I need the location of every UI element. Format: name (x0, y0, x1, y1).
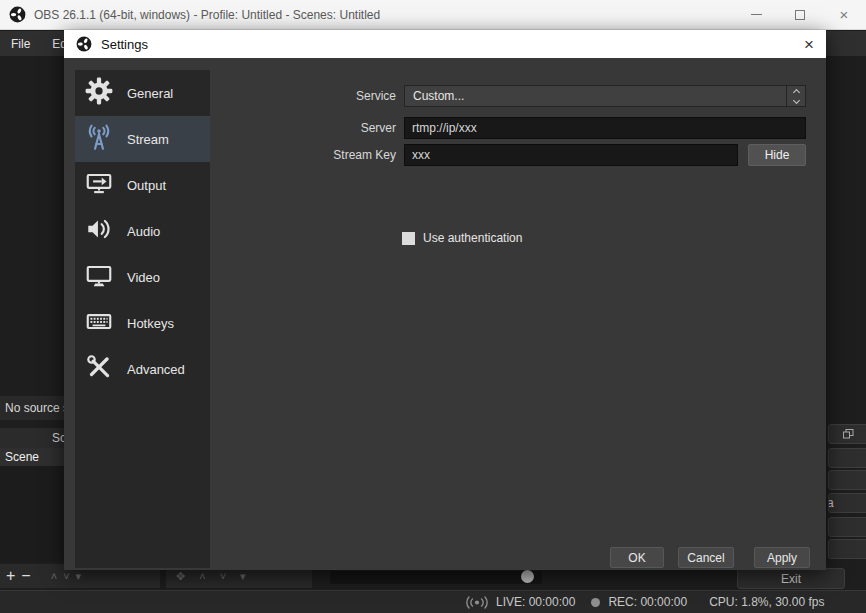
nav-item-video[interactable]: Video (75, 254, 210, 300)
rec-timer: REC: 00:00:00 (608, 595, 687, 609)
nav-item-stream[interactable]: Stream (75, 116, 210, 162)
scene-list: Scene (0, 448, 64, 562)
rec-dot-icon (591, 598, 600, 607)
live-timer: LIVE: 00:00:00 (496, 595, 575, 609)
volume-slider-handle[interactable] (521, 570, 534, 583)
speaker-icon (84, 214, 114, 248)
service-combobox[interactable]: Custom... (404, 85, 806, 107)
status-bar: LIVE: 00:00:00 REC: 00:00:00 CPU: 1.8%, … (0, 590, 866, 613)
service-value: Custom... (405, 89, 464, 103)
context-bar-text: No source s (0, 401, 64, 415)
source-up-button[interactable]: ˄ (199, 571, 205, 582)
exit-button[interactable]: Exit (737, 568, 845, 589)
add-scene-button[interactable]: + (6, 568, 15, 584)
scene-up-button[interactable]: ˄ (51, 571, 57, 582)
settings-titlebar: Settings × (64, 30, 826, 58)
use-authentication-label: Use authentication (423, 231, 522, 245)
scene-down-button[interactable]: ˅ (63, 571, 69, 582)
service-label: Service (214, 85, 396, 107)
volume-slider-track[interactable] (330, 571, 542, 584)
minimize-icon (751, 14, 762, 15)
source-filter-icon[interactable]: ✥ (176, 571, 185, 582)
keyboard-icon (84, 306, 114, 340)
combobox-spinner-icon[interactable] (786, 86, 805, 106)
use-authentication-checkbox[interactable] (402, 232, 415, 245)
settings-nav: General Stream (75, 70, 210, 568)
scenes-dock-title: Sc (0, 431, 64, 445)
output-monitor-arrow-icon (84, 168, 114, 202)
nav-item-output[interactable]: Output (75, 162, 210, 208)
maximize-icon (795, 10, 805, 20)
live-signal-icon (465, 596, 489, 609)
maximize-button[interactable] (778, 0, 822, 29)
settings-button[interactable] (828, 539, 866, 559)
start-streaming-button[interactable] (828, 448, 866, 468)
source-more-button[interactable]: ▾ (240, 571, 246, 582)
stream-key-input[interactable] (404, 144, 738, 166)
video-monitor-icon (84, 260, 114, 294)
cpu-stats: CPU: 1.8%, 30.00 fps (709, 595, 824, 609)
close-button[interactable]: × (822, 0, 866, 29)
window-controls: × (734, 0, 866, 29)
settings-logo-icon (76, 36, 92, 52)
source-down-button[interactable]: ˅ (220, 571, 226, 582)
settings-dialog: Settings × (64, 30, 826, 570)
scene-list-item[interactable]: Scene (0, 448, 64, 466)
menu-file[interactable]: File (0, 31, 41, 56)
nav-item-audio[interactable]: Audio (75, 208, 210, 254)
source-context-bar: No source s (0, 396, 64, 420)
hide-key-button[interactable]: Hide (748, 144, 806, 166)
popout-icon (843, 425, 854, 443)
dock-popout-button[interactable] (828, 424, 866, 444)
scene-more-button[interactable]: ▾ (76, 571, 82, 582)
broadcast-antenna-icon (84, 122, 114, 156)
close-icon: × (840, 7, 849, 22)
server-input[interactable] (404, 117, 806, 139)
settings-title: Settings (101, 37, 148, 52)
tools-icon (84, 352, 114, 386)
nav-item-general[interactable]: General (75, 70, 210, 116)
apply-button[interactable]: Apply (754, 547, 810, 568)
settings-close-button[interactable]: × (804, 36, 814, 53)
scenes-dock-header: Sc (0, 428, 64, 448)
obs-main-window: OBS 26.1.1 (64-bit, windows) - Profile: … (0, 0, 866, 613)
remove-scene-button[interactable]: − (21, 568, 30, 584)
start-recording-button[interactable] (828, 470, 866, 490)
studio-mode-button[interactable] (828, 517, 866, 537)
server-label: Server (214, 117, 396, 139)
minimize-button[interactable] (734, 0, 778, 29)
use-authentication-row: Use authentication (402, 231, 522, 245)
stream-key-label: Stream Key (214, 144, 396, 166)
obs-logo-icon (9, 6, 26, 23)
cancel-button[interactable]: Cancel (678, 547, 734, 568)
nav-item-advanced[interactable]: Advanced (75, 346, 210, 392)
main-titlebar: OBS 26.1.1 (64-bit, windows) - Profile: … (0, 0, 866, 30)
start-virtual-camera-button[interactable]: ra (828, 493, 866, 513)
window-title: OBS 26.1.1 (64-bit, windows) - Profile: … (34, 8, 380, 22)
ok-button[interactable]: OK (610, 547, 664, 568)
gear-icon (84, 76, 114, 110)
nav-item-hotkeys[interactable]: Hotkeys (75, 300, 210, 346)
